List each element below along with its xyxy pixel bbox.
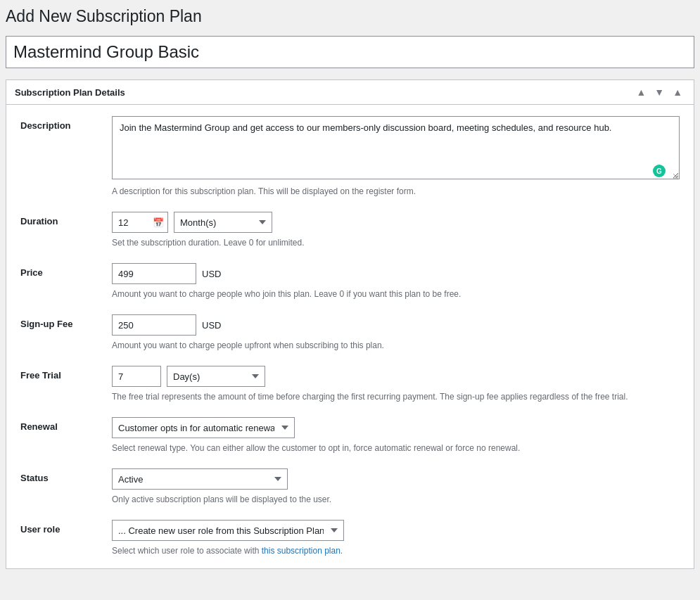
duration-group: 📅 Day(s) Week(s) Month(s) Year(s) — [112, 212, 680, 233]
duration-label: Duration — [20, 212, 112, 249]
user-role-label: User role — [20, 520, 112, 557]
renewal-row: Renewal Customer opts in for automatic r… — [20, 417, 680, 454]
free-trial-content: Day(s) Week(s) Month(s) Year(s) The free… — [112, 366, 680, 403]
price-content: USD Amount you want to charge people who… — [112, 263, 680, 300]
price-label: Price — [20, 263, 112, 300]
free-trial-group: Day(s) Week(s) Month(s) Year(s) — [112, 366, 680, 387]
status-content: Active Inactive Only active subscription… — [112, 468, 680, 506]
signup-fee-currency: USD — [202, 320, 221, 331]
renewal-select[interactable]: Customer opts in for automatic renewal F… — [112, 417, 295, 438]
collapse-down-button[interactable]: ▼ — [651, 86, 667, 98]
renewal-label: Renewal — [20, 417, 112, 454]
signup-fee-label: Sign-up Fee — [20, 314, 112, 352]
duration-hint: Set the subscription duration. Leave 0 f… — [112, 236, 680, 249]
plan-name-wrap — [6, 36, 694, 68]
user-role-content: ... Create new user role from this Subsc… — [112, 520, 680, 557]
free-trial-unit-select[interactable]: Day(s) Week(s) Month(s) Year(s) — [167, 366, 265, 387]
price-group: USD — [112, 263, 680, 284]
description-content: Join the Mastermind Group and get access… — [112, 116, 680, 198]
resize-handle: ⇲ — [673, 172, 678, 180]
card-body: Description Join the Mastermind Group an… — [6, 105, 694, 568]
card-header-controls: ▲ ▼ ▲ — [633, 86, 685, 98]
signup-fee-row: Sign-up Fee USD Amount you want to charg… — [20, 314, 680, 352]
free-trial-row: Free Trial Day(s) Week(s) Month(s) Year(… — [20, 366, 680, 403]
description-row: Description Join the Mastermind Group an… — [20, 116, 680, 198]
renewal-content: Customer opts in for automatic renewal F… — [112, 417, 680, 454]
renewal-hint: Select renewal type. You can either allo… — [112, 442, 680, 454]
collapse-up-button[interactable]: ▲ — [633, 86, 649, 98]
signup-fee-group: USD — [112, 314, 680, 336]
price-row: Price USD Amount you want to charge peop… — [20, 263, 680, 300]
duration-number-input[interactable] — [112, 212, 168, 233]
signup-fee-hint: Amount you want to charge people upfront… — [112, 339, 680, 352]
description-hint: A description for this subscription plan… — [112, 185, 680, 198]
price-hint: Amount you want to charge people who joi… — [112, 288, 680, 300]
duration-row: Duration 📅 Day(s) Week(s) Month(s) Year(… — [20, 212, 680, 249]
toggle-button[interactable]: ▲ — [670, 86, 685, 98]
description-label: Description — [20, 116, 112, 198]
status-row: Status Active Inactive Only active subsc… — [20, 468, 680, 506]
user-role-hint: Select which user role to associate with… — [112, 544, 680, 557]
plan-name-input[interactable] — [6, 37, 694, 68]
status-label: Status — [20, 468, 112, 506]
card-header-title: Subscription Plan Details — [15, 87, 125, 98]
free-trial-number-input[interactable] — [112, 366, 161, 387]
card-header: Subscription Plan Details ▲ ▼ ▲ — [6, 80, 694, 105]
duration-content: 📅 Day(s) Week(s) Month(s) Year(s) Set th… — [112, 212, 680, 249]
textarea-wrap: Join the Mastermind Group and get access… — [112, 116, 680, 181]
page-title: Add New Subscription Plan — [6, 6, 694, 27]
duration-unit-select[interactable]: Day(s) Week(s) Month(s) Year(s) — [174, 212, 272, 233]
signup-fee-input[interactable] — [112, 314, 196, 336]
status-select[interactable]: Active Inactive — [112, 468, 288, 490]
signup-fee-content: USD Amount you want to charge people upf… — [112, 314, 680, 352]
status-hint: Only active subscription plans will be d… — [112, 493, 680, 506]
description-input[interactable]: Join the Mastermind Group and get access… — [112, 116, 680, 179]
free-trial-label: Free Trial — [20, 366, 112, 403]
grammarly-icon: G — [653, 165, 666, 177]
subscription-plan-details-card: Subscription Plan Details ▲ ▼ ▲ Descript… — [6, 79, 694, 569]
user-role-select[interactable]: ... Create new user role from this Subsc… — [112, 520, 344, 541]
duration-num-wrap: 📅 — [112, 212, 168, 233]
user-role-row: User role ... Create new user role from … — [20, 520, 680, 557]
price-currency: USD — [202, 269, 221, 279]
free-trial-hint: The free trial represents the amount of … — [112, 390, 680, 403]
price-input[interactable] — [112, 263, 196, 284]
